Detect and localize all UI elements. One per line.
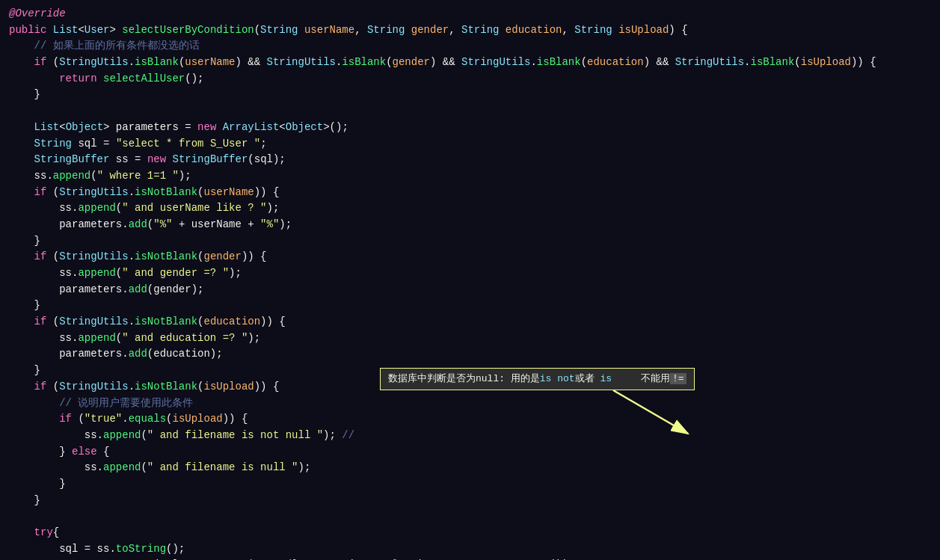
code-line-11: ss.append(" where 1=1 "); bbox=[9, 168, 931, 185]
code-line-8: List<Object> parameters = new ArrayList<… bbox=[9, 120, 931, 136]
code-line-35: return qr.query(sql, new BeanListHandler… bbox=[9, 557, 931, 560]
tooltip-spacer bbox=[612, 373, 641, 384]
code-line-17: ss.append(" and gender =? "); bbox=[9, 265, 931, 282]
code-line-34: sql = ss.toString(); bbox=[9, 541, 931, 558]
code-line-9: String sql = "select * from S_User "; bbox=[9, 136, 931, 153]
code-line-3: // 如果上面的所有条件都没选的话 bbox=[9, 38, 931, 55]
code-line-31: } bbox=[9, 493, 931, 509]
code-line-7 bbox=[9, 103, 931, 120]
code-line-4: if (StringUtils.isBlank(userName) && Str… bbox=[9, 55, 931, 71]
tooltip-highlight: != bbox=[670, 373, 686, 384]
code-line-2: public List<User> selectUserByCondition(… bbox=[9, 22, 931, 39]
code-editor: @Override public List<User> selectUserBy… bbox=[0, 0, 940, 560]
code-line-20: if (StringUtils.isNotBlank(education)) { bbox=[9, 314, 931, 330]
code-line-10: StringBuffer ss = new StringBuffer(sql); bbox=[9, 152, 931, 168]
tooltip-text3: 不能用 bbox=[641, 373, 670, 384]
code-line-1: @Override bbox=[9, 6, 931, 22]
code-line-25: // 说明用户需要使用此条件 bbox=[9, 396, 931, 412]
tooltip-box: 数据库中判断是否为null: 用的是is not或者 is 不能用!= bbox=[380, 368, 695, 390]
code-line-30: } bbox=[9, 476, 931, 493]
code-line-27: ss.append(" and filename is not null ");… bbox=[9, 428, 931, 444]
code-line-29: ss.append(" and filename is null "); bbox=[9, 460, 931, 476]
code-line-32 bbox=[9, 508, 931, 525]
code-line-5: return selectAllUser(); bbox=[9, 71, 931, 87]
code-line-22: parameters.add(education); bbox=[9, 346, 931, 363]
code-line-6: } bbox=[9, 87, 931, 103]
code-line-14: parameters.add("%" + userName + "%"); bbox=[9, 217, 931, 233]
code-line-33: try{ bbox=[9, 525, 931, 541]
code-line-18: parameters.add(gender); bbox=[9, 282, 931, 298]
code-line-21: ss.append(" and education =? "); bbox=[9, 330, 931, 347]
code-line-28: } else { bbox=[9, 444, 931, 461]
code-line-15: } bbox=[9, 233, 931, 250]
code-line-13: ss.append(" and userName like ? "); bbox=[9, 200, 931, 217]
code-line-16: if (StringUtils.isNotBlank(gender)) { bbox=[9, 249, 931, 265]
code-line-19: } bbox=[9, 298, 931, 314]
code-line-26: if ("true".equals(isUpload)) { bbox=[9, 411, 931, 428]
tooltip-text: 数据库中判断是否为null: 用的是 bbox=[388, 373, 540, 384]
tooltip-text2: 或者 bbox=[575, 373, 600, 384]
code-line-12: if (StringUtils.isNotBlank(userName)) { bbox=[9, 185, 931, 201]
